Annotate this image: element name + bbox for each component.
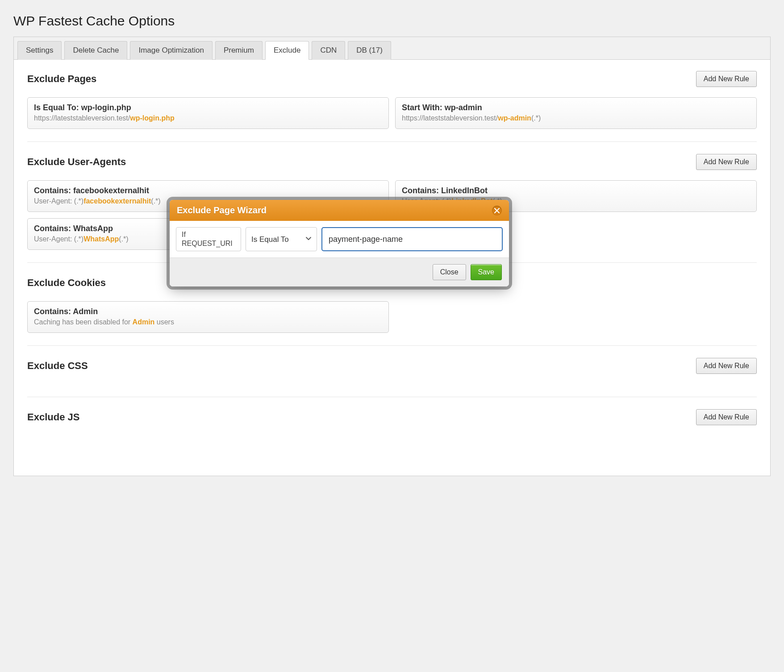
add-rule-button-js[interactable]: Add New Rule [696, 409, 757, 425]
close-button[interactable]: Close [433, 264, 466, 280]
tab-cdn[interactable]: CDN [312, 41, 345, 60]
close-icon[interactable] [492, 206, 502, 216]
section-exclude-pages: Exclude Pages Add New Rule Is Equal To: … [27, 69, 757, 142]
rule-subtitle: Caching has been disabled for Admin user… [34, 318, 382, 326]
section-title-css: Exclude CSS [27, 360, 88, 372]
rule-title: Contains: LinkedInBot [402, 186, 750, 195]
tab-premium[interactable]: Premium [215, 41, 263, 60]
rule-subtitle: https://lateststableversion.test/wp-logi… [34, 114, 382, 122]
rule-title: Contains: Admin [34, 307, 382, 316]
condition-subject: If REQUEST_URI [176, 227, 241, 251]
section-exclude-js: Exclude JS Add New Rule [27, 407, 757, 448]
section-title-user-agents: Exclude User-Agents [27, 156, 126, 168]
add-rule-button-pages[interactable]: Add New Rule [696, 71, 757, 87]
condition-type-select[interactable]: Is Equal To [246, 227, 317, 251]
rule-title: Contains: facebookexternalhit [34, 186, 382, 195]
dialog-body: If REQUEST_URI Is Equal To [170, 221, 509, 258]
section-exclude-css: Exclude CSS Add New Rule [27, 356, 757, 397]
rule-card[interactable]: Is Equal To: wp-login.php https://latest… [27, 97, 389, 129]
add-rule-button-css[interactable]: Add New Rule [696, 358, 757, 374]
exclude-page-wizard-dialog: Exclude Page Wizard If REQUEST_URI Is Eq… [170, 200, 509, 286]
tabs-bar: Settings Delete Cache Image Optimization… [14, 37, 770, 60]
dialog-title: Exclude Page Wizard [177, 205, 267, 216]
tab-exclude[interactable]: Exclude [265, 41, 309, 60]
dialog-header: Exclude Page Wizard [170, 200, 509, 221]
section-title-pages: Exclude Pages [27, 73, 96, 85]
rule-title: Start With: wp-admin [402, 103, 750, 112]
rule-title: Is Equal To: wp-login.php [34, 103, 382, 112]
condition-value-input[interactable] [321, 227, 503, 251]
tab-delete-cache[interactable]: Delete Cache [64, 41, 127, 60]
rule-subtitle: https://lateststableversion.test/wp-admi… [402, 114, 750, 122]
tab-db[interactable]: DB (17) [348, 41, 391, 60]
dialog-footer: Close Save [170, 258, 509, 286]
tab-settings[interactable]: Settings [17, 41, 62, 60]
rule-card[interactable]: Start With: wp-admin https://lateststabl… [395, 97, 757, 129]
section-title-js: Exclude JS [27, 411, 79, 423]
tab-image-optimization[interactable]: Image Optimization [130, 41, 212, 60]
rule-card[interactable]: Contains: Admin Caching has been disable… [27, 301, 389, 333]
section-title-cookies: Exclude Cookies [27, 277, 106, 289]
page-title: WP Fastest Cache Options [13, 13, 771, 29]
save-button[interactable]: Save [471, 264, 502, 280]
add-rule-button-user-agents[interactable]: Add New Rule [696, 154, 757, 170]
